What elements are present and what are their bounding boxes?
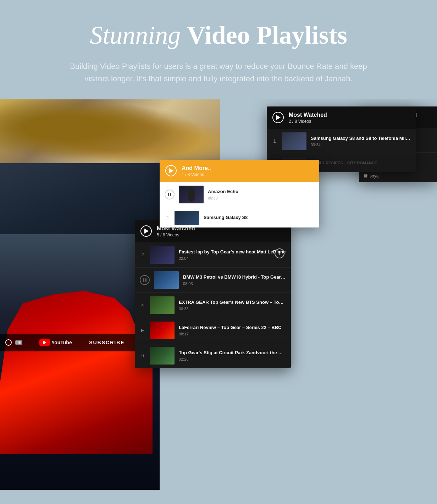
card-subtitle-2: 1 / 8 Videos xyxy=(182,172,314,177)
card-title-2: And More.. xyxy=(182,165,314,171)
item-number: 1 xyxy=(272,138,277,144)
item-title-echo: Amazon Echo xyxy=(208,189,314,195)
playlist-card-and-more: And More.. 1 / 8 Videos Amazon Echo 00:3… xyxy=(160,160,319,228)
item-title-s8: Samsung Galaxy S8 xyxy=(204,215,314,221)
playlist-item-3-4[interactable]: ► LaFerrari Review – Top Gear – Series 2… xyxy=(135,318,291,343)
play-button-2[interactable] xyxy=(165,165,177,176)
item-info-3-5: Top Gear's Stig at Circuit Park Zandvoor… xyxy=(179,350,286,361)
card-title-1: Most Watched xyxy=(289,111,410,118)
page-title: Stunning Video Playlists xyxy=(35,21,402,49)
content-area: i HD YouTube SUBSCRIBE ⤢ Most Watched 2 … xyxy=(0,99,437,490)
item-title-3-4: LaFerrari Review – Top Gear – Series 22 … xyxy=(179,325,286,331)
subscribe-controls: HD xyxy=(5,339,22,346)
item-info-3-1: Fastest lap by Top Gear's new host Matt … xyxy=(179,249,286,261)
playlist-item-3-1[interactable]: 2 Fastest lap by Top Gear's new host Mat… xyxy=(135,242,291,268)
item-thumb-3-3 xyxy=(150,296,175,314)
playlist-item-2-1[interactable]: Amazon Echo 00:30 xyxy=(160,182,319,207)
item-duration-echo: 00:30 xyxy=(208,196,314,200)
pause-bar-1 xyxy=(168,193,169,196)
item-title-3-1: Fastest lap by Top Gear's new host Matt … xyxy=(179,249,286,255)
playlist-item-3-5[interactable]: 6 Top Gear's Stig at Circuit Park Zandvo… xyxy=(135,343,291,368)
item-info-3-4: LaFerrari Review – Top Gear – Series 22 … xyxy=(179,325,286,336)
card-subtitle-1: 2 / 8 Videos xyxy=(289,119,410,124)
play-button-3[interactable] xyxy=(140,225,152,237)
pause-bar-2 xyxy=(170,193,171,196)
pause-button[interactable] xyxy=(165,190,175,199)
play-triangle-icon xyxy=(276,115,281,120)
playlist-card-most-watched-2: Most Watched 5 / 6 Videos 2 Fastest lap … xyxy=(135,220,291,368)
item-info: Samsung Galaxy S8 and S8 to Telefonia Mi… xyxy=(311,136,411,147)
item-number-3-4: ► xyxy=(140,328,145,333)
pause-button-3-2[interactable] xyxy=(140,275,150,285)
item-title: Samsung Galaxy S8 and S8 to Telefonia Mi… xyxy=(311,136,411,142)
playlist-item-3-2[interactable]: BMW M3 Petrol vs BMW i8 Hybrid - Top Gea… xyxy=(135,268,291,293)
card-header-2: And More.. 1 / 8 Videos xyxy=(160,160,319,182)
playlist-item-2-2[interactable]: 2 Samsung Galaxy S8 xyxy=(160,207,319,228)
play-button-1[interactable] xyxy=(272,112,284,123)
pause-bar-3-2-1 xyxy=(143,278,144,282)
item-duration-3-2: 08:03 xyxy=(183,281,286,286)
item-info-echo: Amazon Echo 00:30 xyxy=(208,189,314,200)
card-subtitle-3: 5 / 6 Videos xyxy=(157,232,285,237)
right-panel-text-4: ith soya xyxy=(364,174,432,179)
item-number-3-5: 6 xyxy=(140,353,145,358)
item-info-2: FAMILY RECIPES – CITY ROMANCE... xyxy=(311,160,411,165)
card-header-text-1: Most Watched 2 / 8 Videos xyxy=(289,111,410,124)
pause-bar-3-2-2 xyxy=(145,278,146,282)
item-duration: 03:34 xyxy=(311,143,411,147)
item-thumbnail xyxy=(282,132,306,150)
item-info-3-2: BMW M3 Petrol vs BMW i8 Hybrid - Top Gea… xyxy=(183,274,286,286)
item-thumb-3-5 xyxy=(150,347,175,365)
echo-thumb-body xyxy=(188,187,195,202)
item-info-3-3: EXTRA GEAR Top Gear's New BTS Show – Top… xyxy=(179,300,286,311)
info-icon[interactable]: i xyxy=(275,248,284,258)
item-thumb-3-4 xyxy=(150,322,175,339)
item-duration-3-3: 00:38 xyxy=(179,307,286,311)
item-thumbnail-echo xyxy=(179,186,204,203)
youtube-label: YouTube xyxy=(51,340,72,345)
playlist-item-1-1[interactable]: 1 Samsung Galaxy S8 and S8 to Telefonia … xyxy=(267,129,416,154)
item-info-s8: Samsung Galaxy S8 xyxy=(204,215,314,221)
item-title-3-3: EXTRA GEAR Top Gear's New BTS Show – Top… xyxy=(179,300,286,306)
item-duration-3-5: 02:26 xyxy=(179,357,286,361)
item-thumb-3-1 xyxy=(150,246,175,264)
item-title-3-5: Top Gear's Stig at Circuit Park Zandvoor… xyxy=(179,350,286,356)
item-title-2: FAMILY RECIPES – CITY ROMANCE... xyxy=(311,160,411,165)
gear-icon[interactable] xyxy=(5,339,12,346)
card-header-text-2: And More.. 1 / 8 Videos xyxy=(182,165,314,177)
item-title-3-2: BMW M3 Petrol vs BMW i8 Hybrid - Top Gea… xyxy=(183,274,286,280)
youtube-icon xyxy=(39,339,50,346)
item-thumbnail-s8 xyxy=(175,211,199,225)
hd-badge: HD xyxy=(15,340,22,345)
item-number-s8: 2 xyxy=(165,215,170,220)
play-triangle-icon-2 xyxy=(169,168,173,173)
item-number-3-3: 4 xyxy=(140,302,145,308)
subscribe-bar: HD YouTube SUBSCRIBE ⤢ xyxy=(0,334,153,351)
header-subtitle: Building Video Playlists for users is a … xyxy=(59,60,378,85)
youtube-logo: YouTube xyxy=(39,339,72,346)
card-header-1: Most Watched 2 / 8 Videos xyxy=(267,106,416,129)
item-duration-3-4: 08:17 xyxy=(179,332,286,336)
playlist-item-3-3[interactable]: 4 EXTRA GEAR Top Gear's New BTS Show – T… xyxy=(135,293,291,318)
item-duration-3-1: 02:04 xyxy=(179,256,286,261)
item-thumb-3-2 xyxy=(154,271,179,289)
play-triangle-icon-3 xyxy=(144,229,149,234)
item-number-3-1: 2 xyxy=(140,252,145,257)
youtube-play-icon xyxy=(43,340,46,345)
header-section: Stunning Video Playlists Building Video … xyxy=(0,0,437,99)
subscribe-button[interactable]: SUBSCRIBE xyxy=(89,340,125,345)
